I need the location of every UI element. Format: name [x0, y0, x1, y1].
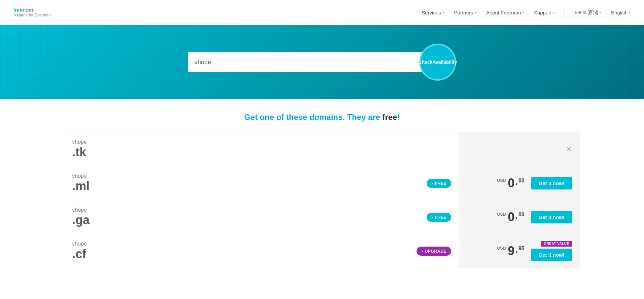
- domain-actions-tk: ✕: [459, 132, 580, 166]
- close-icon[interactable]: ✕: [566, 145, 572, 154]
- nav-services[interactable]: Services ▾: [422, 10, 444, 15]
- price-currency: USD: [497, 212, 506, 217]
- price-dot: .: [515, 211, 518, 220]
- header: freenom A Name for Everyone Services ▾ P…: [0, 0, 644, 25]
- nav-divider: [565, 8, 565, 16]
- domain-ext: .tk: [72, 145, 86, 159]
- price-whole: 9: [508, 245, 515, 257]
- price-currency: USD: [497, 246, 506, 251]
- free-badge: FREE: [427, 213, 451, 222]
- promo-title: Get one of these domains. They are free!: [64, 113, 580, 122]
- chevron-down-icon: ▾: [553, 11, 554, 14]
- table-row: vhope .tk ✕: [64, 132, 580, 166]
- get-now-button-ga[interactable]: Get it now!: [531, 211, 572, 223]
- table-row: vhope .ga FREE USD 0 . 00 Get it now!: [64, 200, 580, 234]
- search-area: Check Availability: [188, 44, 456, 81]
- domain-table: vhope .tk ✕ vhope .ml FREE USD 0: [64, 132, 580, 268]
- logo[interactable]: freenom A Name for Everyone: [13, 7, 52, 17]
- domain-prefix: vhope: [72, 139, 451, 145]
- main-nav: Services ▾ Partners ▾ About Freenom ▾ Su…: [422, 8, 631, 16]
- price-block: USD 0 . 00: [497, 177, 524, 189]
- domain-info-tk: vhope .tk: [64, 134, 459, 165]
- main-content: Get one of these domains. They are free!…: [0, 99, 644, 282]
- nav-about[interactable]: About Freenom ▾: [486, 10, 524, 15]
- domain-info-ga: vhope .ga FREE: [64, 202, 459, 232]
- price-whole: 0: [508, 177, 515, 189]
- price-currency: USD: [497, 178, 506, 183]
- price-decimal: 00: [519, 178, 525, 184]
- domain-info-cf: vhope .cf UPGRADE: [64, 236, 459, 266]
- hero-section: Check Availability: [0, 25, 644, 99]
- price-block: USD 0 . 00: [497, 211, 524, 223]
- domain-ext: .cf: [72, 247, 86, 261]
- domain-actions-ga: USD 0 . 00 Get it now!: [459, 200, 580, 234]
- table-row: vhope .ml FREE USD 0 . 00 Get it now!: [64, 166, 580, 200]
- chevron-down-icon: ▾: [629, 11, 631, 14]
- chevron-down-icon: ▾: [475, 11, 476, 14]
- domain-ext: .ga: [72, 213, 90, 227]
- nav-support[interactable]: Support ▾: [534, 10, 555, 15]
- price-block: USD 9 . 95: [497, 245, 524, 257]
- logo-free: free: [13, 7, 23, 13]
- search-input[interactable]: [188, 52, 423, 72]
- price-whole: 0: [508, 211, 515, 223]
- upgrade-badge: UPGRADE: [417, 247, 451, 256]
- chevron-down-icon: ▾: [442, 11, 444, 14]
- price-dot: .: [515, 245, 518, 254]
- great-value-wrapper: GREAT VALUE Get it now!: [531, 241, 572, 261]
- table-row: vhope .cf UPGRADE USD 9 . 95 GREAT VALUE…: [64, 234, 580, 268]
- great-value-badge: GREAT VALUE: [541, 241, 572, 247]
- free-badge: FREE: [427, 179, 451, 188]
- domain-prefix: vhope: [72, 207, 420, 213]
- chevron-down-icon: ▾: [599, 11, 601, 14]
- domain-prefix: vhope: [72, 241, 410, 247]
- nav-partners[interactable]: Partners ▾: [454, 10, 476, 15]
- domain-prefix: vhope: [72, 173, 420, 179]
- check-availability-button[interactable]: Check Availability: [419, 44, 456, 81]
- price-decimal: 00: [519, 212, 525, 218]
- nav-language[interactable]: English ▾: [611, 10, 631, 15]
- domain-info-ml: vhope .ml FREE: [64, 168, 459, 199]
- logo-nom: nom: [23, 7, 33, 13]
- price-dot: .: [515, 177, 518, 186]
- chevron-down-icon: ▾: [522, 11, 524, 14]
- price-decimal: 95: [519, 246, 525, 252]
- domain-ext: .ml: [72, 179, 90, 193]
- domain-actions-ml: USD 0 . 00 Get it now!: [459, 166, 580, 200]
- get-now-button-ml[interactable]: Get it now!: [531, 177, 572, 189]
- domain-actions-cf: USD 9 . 95 GREAT VALUE Get it now!: [459, 234, 580, 268]
- logo-tagline: A Name for Everyone: [13, 13, 52, 17]
- get-now-button-cf[interactable]: Get it now!: [531, 249, 572, 261]
- nav-user[interactable]: Hello 嘉鸿 ▾: [575, 9, 601, 16]
